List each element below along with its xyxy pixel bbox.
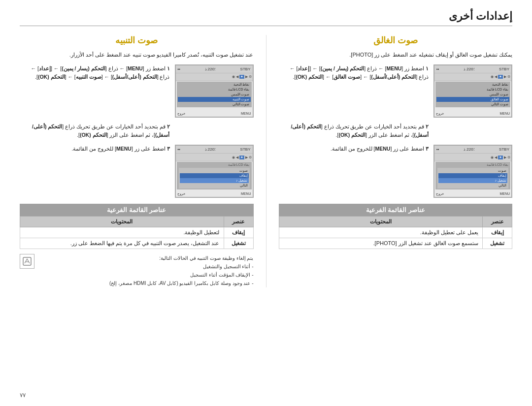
alert-bottom-bar-1: MENU خروج [176, 112, 253, 116]
alert-row1-element: إيقاف [224, 227, 253, 238]
alert-menu-2: MENU [241, 192, 251, 196]
alert-battery-2: ▪▪ [178, 147, 181, 152]
alert-time-2: ؛220.ذ [205, 147, 216, 152]
alert-opt-sound: صوت [180, 168, 249, 173]
beep-opt-sound: صوت [438, 168, 507, 173]
alert-menu-item-4-selected: صوت التنبيه [178, 97, 251, 102]
table-row: إيقاف يعمل على تعطيل الوظيفة. [279, 227, 512, 238]
beep-column: صوت الغالق يمكنك تشغيل صوت الغالق أو إيق… [279, 35, 513, 287]
alert-step-num-3: ٣ [166, 146, 170, 152]
table-row: تشغيل عند التشغيل، يصدر صوت التنبيه في ك… [20, 238, 254, 249]
beep-title: صوت الغالق [279, 35, 513, 46]
page-container: إعدادات أخرى صوت الغالق يمكنك تشغيل صوت … [0, 0, 532, 406]
alert-menu-1: MENU [241, 112, 251, 116]
beep-opt-next: التالي [438, 183, 507, 188]
alert-col-content: المحتويات [20, 217, 224, 227]
alert-step-3: ٣ اضغط على زر [MENU] للخروج من القائمة. [20, 145, 170, 154]
beep-step-text-3: اضغط على زر [MENU] للخروج من القائمة. [331, 146, 424, 152]
alert-battery-1: ▪▪ [178, 67, 181, 71]
alert-submenu: عناصر القائمة الفرعية عنصر المحتويات إيق… [20, 204, 254, 249]
alert-camera-screen-1: STBY ؛220.ذ ▪▪ ⚙ ▶ ✦ ◀ ◉ نقاط التحية [175, 64, 254, 118]
column-divider [266, 35, 266, 287]
beep-camera-screen-2: STBY ؛220.ذ ▪▪ ⚙ ▶ ✦ ◀ ◉ بقاء LCD قا [433, 145, 512, 198]
alert-top-bar-2: STBY ؛220.ذ ▪▪ [176, 146, 253, 154]
beep-bottom-bar-2: MENU خروج [434, 192, 511, 196]
stby-label-2: STBY [499, 147, 509, 152]
beep-step-3: ٣ اضغط على زر [MENU] للخروج من القائمة. [279, 145, 429, 154]
beep-opt-off: إيقاف [438, 173, 507, 178]
beep-camera-screen-1: STBY ؛220.ذ ▪▪ ⚙ ▶ ✦ ◀ ◉ نقاط التحية [433, 64, 512, 118]
alert-menu-item-3: صوت اللمس [178, 92, 251, 97]
alert-step-text-3: اضغط على زر [MENU] للخروج من القائمة. [71, 146, 165, 152]
alert-col-element: عنصر [224, 217, 253, 227]
alert-stby-2: STBY [240, 147, 251, 152]
alert-opt-next: التالي [180, 183, 249, 188]
alert-camera-screen-2: STBY ؛220.ذ ▪▪ ⚙ ▶ ✦ ◀ ◉ بقاء LCD قا [175, 145, 254, 198]
alert-submenu-title: عناصر القائمة الفرعية [20, 204, 254, 216]
beep-row2-element: تشغيل [483, 238, 512, 249]
alert-opt-off: إيقاف [180, 173, 249, 178]
alert-exit-1: خروج [177, 112, 185, 116]
beep-menu-item-2: بقاء LCD قائمة [436, 87, 509, 92]
alert-table: عنصر المحتويات إيقاف لتعطيل الوظيفة. تشغ… [20, 216, 254, 249]
alert-bottom-bar-2: MENU خروج [176, 192, 253, 196]
alert-menu-item-2: بقاء LCD قائمة [178, 87, 251, 92]
alert-step-2: ٢ قم بتحديد أحد الخيارات عن طريق تحريك ذ… [20, 123, 170, 140]
beep-screen-row-1: STBY ؛220.ذ ▪▪ ⚙ ▶ ✦ ◀ ◉ نقاط التحية [279, 64, 513, 118]
beep-lcd-row: بقاء LCD قائمة [436, 162, 509, 167]
alert-top-bar-1: STBY ؛220.ذ ▪▪ [176, 65, 253, 73]
beep-instruction: يمكنك تشغيل صوت الغالق أو إيقاف تشغيله ع… [279, 51, 513, 60]
alert-step-num-1: ١ [166, 65, 170, 71]
alert-menu-box-2: بقاء LCD قائمة صوت إيقاف تشغيل ♪ التالي [177, 162, 252, 189]
table-row: تشغيل ستسمع صوت الغالق عند تشغيل الزر [P… [279, 238, 512, 249]
note-line-2: - الإيقاف المؤقت أثناء التسجيل [38, 271, 254, 279]
beep-menu-item-4-selected: صوت الغالق [436, 97, 509, 102]
alert-title: صوت التنبيه [20, 35, 254, 46]
stby-label-1: STBY [499, 67, 509, 71]
page-number: ٧٧ [20, 392, 26, 399]
alert-screens: STBY ؛220.ذ ▪▪ ⚙ ▶ ✦ ◀ ◉ نقاط التحية [20, 64, 254, 198]
alert-menu-item-5: صوت التالي [178, 102, 251, 107]
beep-menu-box-1: نقاط التحية بقاء LCD قائمة صوت اللمس صوت… [435, 82, 510, 107]
beep-row1-element: إيقاف [483, 227, 512, 238]
beep-row1-content: يعمل على تعطيل الوظيفة. [279, 227, 483, 238]
alert-instruction: عند تشغيل صوت التنبيه، تُصدر كاميرا الفي… [20, 51, 254, 60]
alert-screen-row-2: STBY ؛220.ذ ▪▪ ⚙ ▶ ✦ ◀ ◉ بقاء LCD قا [20, 145, 254, 198]
beep-menu-item-5: صوت التالي [436, 102, 509, 107]
alert-lcd-row: بقاء LCD قائمة [178, 162, 251, 167]
beep-row2-content: ستسمع صوت الغالق عند تشغيل الزر [PHOTO]. [279, 238, 483, 249]
beep-submenu: عناصر القائمة الفرعية عنصر المحتويات إيق… [279, 204, 513, 249]
beep-step-num-3: ٣ [424, 146, 429, 152]
alert-time-1: ؛220.ذ [205, 67, 216, 71]
beep-opt-on: تشغيل ♪ [438, 178, 507, 183]
exit-label-1: خروج [436, 112, 444, 116]
alert-column: صوت التنبيه عند تشغيل صوت التنبيه، تُصدر… [20, 35, 254, 287]
time-label-1: ؛220.ذ [464, 67, 475, 71]
alert-stby-1: STBY [240, 67, 251, 71]
alert-row1-content: لتعطيل الوظيفة. [20, 227, 224, 238]
time-label-2: ؛220.ذ [464, 147, 475, 152]
alert-step-text-1: اضغط زر [MENU] ← ذراع [التحكم (يسار / يم… [31, 65, 170, 80]
page-title: إعدادات أخرى [20, 10, 512, 23]
exit-label-2: خروج [436, 192, 444, 196]
beep-menu-item-3: صوت اللمس [436, 92, 509, 97]
note-icon [20, 254, 34, 269]
main-content: صوت الغالق يمكنك تشغيل صوت الغالق أو إيق… [20, 35, 512, 287]
alert-row2-element: تشغيل [224, 238, 253, 249]
alert-menu-item-1: نقاط التحية [178, 82, 251, 87]
alert-note-text: يتم إلغاء وظيفة صوت التنبيه في الحالات ا… [38, 254, 254, 287]
alert-note: يتم إلغاء وظيفة صوت التنبيه في الحالات ا… [20, 254, 254, 287]
menu-label-1: MENU [499, 112, 510, 116]
note-line-0: يتم إلغاء وظيفة صوت التنبيه في الحالات ا… [38, 254, 254, 262]
alert-opt-on: تشغيل ♪ [180, 178, 249, 183]
beep-menu-box-2: بقاء LCD قائمة صوت إيقاف تشغيل ♪ التالي [435, 162, 510, 189]
beep-screen-row-2: STBY ؛220.ذ ▪▪ ⚙ ▶ ✦ ◀ ◉ بقاء LCD قا [279, 145, 513, 198]
beep-step-text-1: اضغط زر [MENU] ← ذراع [التحكم (يسار / يم… [290, 65, 429, 80]
beep-submenu-title: عناصر القائمة الفرعية [279, 204, 513, 216]
beep-col-element: عنصر [483, 217, 512, 227]
beep-table: عنصر المحتويات إيقاف يعمل على تعطيل الوظ… [279, 216, 513, 249]
note-line-3: - عند وجود وصلة كابل بكاميرا الفيديو (كا… [38, 279, 254, 287]
alert-menu-box-1: نقاط التحية بقاء LCD قائمة صوت اللمس صوت… [177, 82, 252, 107]
screen-top-bar-2: STBY ؛220.ذ ▪▪ [434, 146, 511, 154]
battery-1: ▪▪ [436, 67, 439, 71]
